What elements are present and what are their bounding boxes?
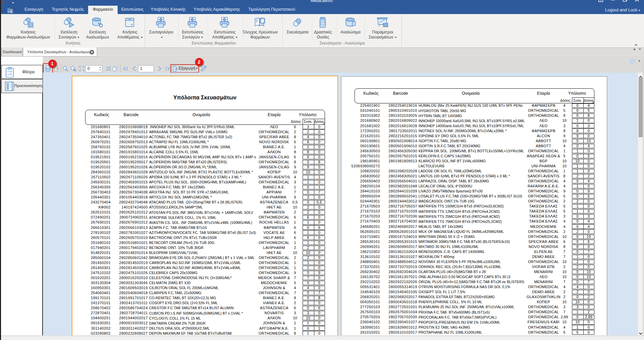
svg-text:R: R <box>322 21 324 24</box>
